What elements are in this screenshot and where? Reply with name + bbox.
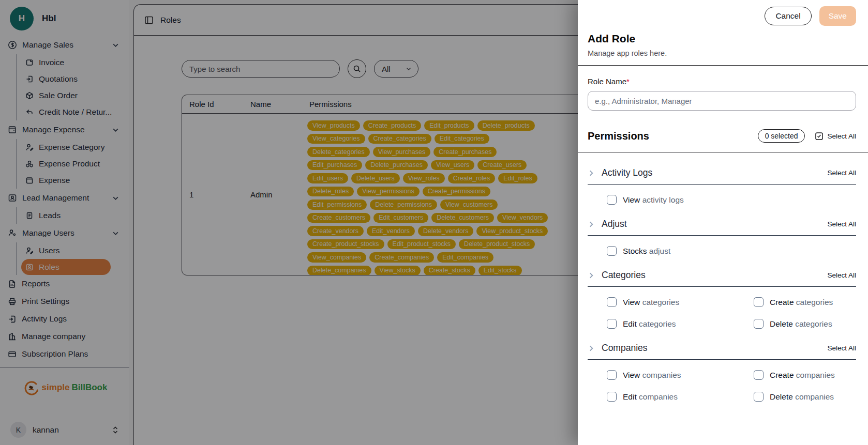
section-select-all-link[interactable]: Select All bbox=[827, 271, 856, 279]
permission-object-text: categories bbox=[639, 319, 676, 328]
chevron-right-icon[interactable] bbox=[588, 170, 595, 177]
permission-object-text: companies bbox=[642, 371, 681, 379]
drawer-divider bbox=[578, 65, 868, 66]
section-underline bbox=[588, 359, 856, 360]
section-items: Stocks adjust bbox=[588, 246, 856, 256]
permission-section: Adjust Select All Stocks adjust bbox=[588, 219, 856, 256]
permission-object-text: categories bbox=[795, 319, 832, 328]
permission-object-text: adjust bbox=[649, 247, 670, 255]
checkbox[interactable] bbox=[607, 370, 617, 380]
checkbox[interactable] bbox=[754, 297, 764, 307]
selected-count-badge: 0 selected bbox=[758, 129, 805, 143]
permission-action: Delete bbox=[770, 319, 793, 328]
checkbox[interactable] bbox=[754, 392, 764, 402]
checkbox[interactable] bbox=[607, 246, 617, 256]
permission-checkbox-item[interactable]: Edit categories bbox=[607, 319, 754, 329]
permission-object-text: companies bbox=[796, 371, 835, 379]
modal-dim-overlay[interactable] bbox=[0, 0, 578, 445]
permission-action: Create bbox=[770, 298, 794, 306]
drawer-title: Add Role bbox=[588, 33, 856, 45]
permission-checkbox-item[interactable]: View companies bbox=[607, 370, 754, 380]
checkbox[interactable] bbox=[754, 370, 764, 380]
permission-checkbox-item[interactable]: Delete companies bbox=[754, 392, 856, 402]
checkbox[interactable] bbox=[607, 297, 617, 307]
section-select-all-link[interactable]: Select All bbox=[827, 169, 856, 177]
permissions-heading: Permissions bbox=[588, 130, 758, 142]
permission-object-text: companies bbox=[795, 392, 834, 401]
permission-action: Create bbox=[770, 371, 794, 379]
section-header: Activity Logs Select All bbox=[588, 167, 856, 178]
section-title: Companies bbox=[602, 343, 827, 354]
add-role-drawer: Cancel Save Add Role Manage app roles he… bbox=[578, 0, 868, 445]
chevron-right-icon[interactable] bbox=[588, 345, 595, 352]
square-check-icon bbox=[815, 132, 824, 141]
permission-action: Edit bbox=[623, 319, 637, 328]
section-header: Adjust Select All bbox=[588, 219, 856, 229]
permission-section: Companies Select All View companies Crea… bbox=[588, 343, 856, 402]
permission-checkbox-item[interactable]: View activity logs bbox=[607, 195, 754, 205]
permission-checkbox-item[interactable]: Delete categories bbox=[754, 319, 856, 329]
section-title: Categories bbox=[602, 270, 827, 281]
drawer-actions: Cancel Save bbox=[588, 0, 856, 26]
chevron-right-icon[interactable] bbox=[588, 221, 595, 228]
section-underline bbox=[588, 235, 856, 236]
permission-action: Edit bbox=[623, 392, 637, 401]
checkbox[interactable] bbox=[607, 319, 617, 329]
permission-checkbox-item[interactable]: Create categories bbox=[754, 297, 856, 307]
permission-object-text: companies bbox=[639, 392, 678, 401]
chevron-right-icon[interactable] bbox=[588, 272, 595, 279]
permission-object-text: categories bbox=[796, 298, 833, 306]
section-select-all-link[interactable]: Select All bbox=[827, 344, 856, 352]
drawer-subtitle: Manage app roles here. bbox=[588, 49, 856, 57]
permission-section: Activity Logs Select All View activity l… bbox=[588, 167, 856, 205]
permission-object-text: categories bbox=[642, 298, 680, 306]
permissions-header: Permissions 0 selected Select All bbox=[588, 129, 856, 143]
role-name-label: Role Name* bbox=[588, 77, 856, 86]
section-items: View categories Create categories Edit c… bbox=[588, 297, 856, 329]
section-title: Activity Logs bbox=[602, 167, 827, 178]
section-underline bbox=[588, 286, 856, 287]
cancel-button[interactable]: Cancel bbox=[765, 7, 811, 25]
section-title: Adjust bbox=[602, 219, 827, 229]
permission-action: Delete bbox=[770, 392, 793, 401]
permission-action: View bbox=[623, 371, 640, 379]
permission-checkbox-item[interactable]: Create companies bbox=[754, 370, 856, 380]
checkbox[interactable] bbox=[607, 392, 617, 402]
permission-object-text: activity logs bbox=[642, 195, 684, 204]
permission-checkbox-item[interactable]: View categories bbox=[607, 297, 754, 307]
checkbox[interactable] bbox=[607, 195, 617, 205]
role-name-label-text: Role Name bbox=[588, 77, 626, 86]
select-all-label: Select All bbox=[827, 132, 856, 140]
section-items: View companies Create companies Edit com… bbox=[588, 370, 856, 402]
section-header: Categories Select All bbox=[588, 270, 856, 281]
section-items: View activity logs bbox=[588, 195, 856, 205]
section-underline bbox=[588, 184, 856, 185]
permission-action: View bbox=[623, 298, 640, 306]
checkbox[interactable] bbox=[754, 319, 764, 329]
permission-action: Stocks bbox=[623, 247, 647, 255]
permission-checkbox-item[interactable]: Stocks adjust bbox=[607, 246, 754, 256]
permission-action: View bbox=[623, 195, 640, 204]
select-all-toggle[interactable]: Select All bbox=[815, 132, 856, 141]
section-select-all-link[interactable]: Select All bbox=[827, 220, 856, 228]
required-asterisk: * bbox=[626, 77, 630, 86]
permission-checkbox-item[interactable]: Edit companies bbox=[607, 392, 754, 402]
permission-section: Categories Select All View categories Cr… bbox=[588, 270, 856, 329]
section-header: Companies Select All bbox=[588, 343, 856, 354]
role-name-input[interactable] bbox=[588, 91, 856, 111]
save-button[interactable]: Save bbox=[819, 6, 856, 26]
permission-sections: Activity Logs Select All View activity l… bbox=[588, 152, 856, 402]
